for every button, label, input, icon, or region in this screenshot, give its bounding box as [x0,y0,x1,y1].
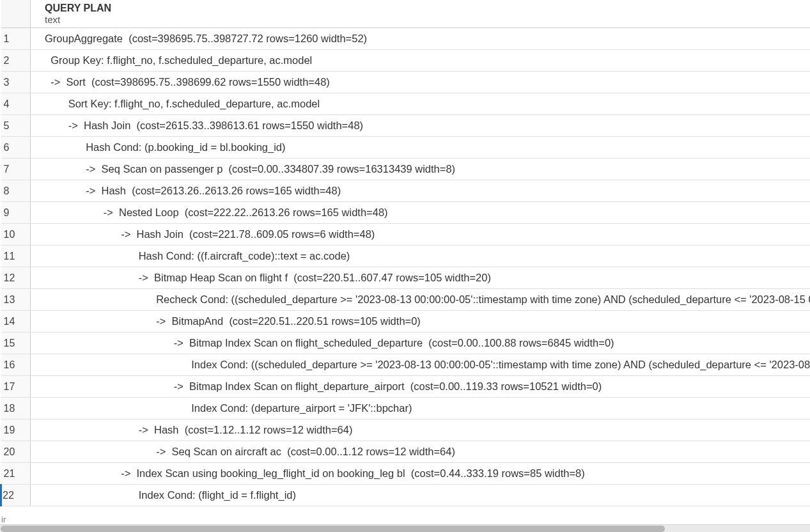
results-panel: QUERY PLAN text 1GroupAggregate (cost=39… [0,0,810,532]
row-number-cell[interactable]: 18 [1,398,31,419]
row-number-cell[interactable]: 16 [1,354,31,376]
table-header-row: QUERY PLAN text [1,0,811,28]
row-number-cell[interactable]: 12 [1,267,31,289]
query-plan-cell[interactable]: -> Index Scan using booking_leg_flight_i… [31,463,811,485]
query-plan-cell[interactable]: Recheck Cond: ((scheduled_departure >= '… [31,289,811,311]
row-number-cell[interactable]: 20 [1,441,31,463]
query-plan-cell[interactable]: -> Hash (cost=2613.26..2613.26 rows=165 … [31,180,811,202]
column-type-label: text [45,14,810,27]
row-number-cell[interactable]: 21 [1,463,31,485]
query-plan-cell[interactable]: Index Cond: ((scheduled_departure >= '20… [31,354,811,376]
query-plan-cell[interactable]: -> Bitmap Index Scan on flight_departure… [31,376,811,398]
table-row[interactable]: 7 -> Seq Scan on passenger p (cost=0.00.… [1,159,811,180]
query-plan-cell[interactable]: Hash Cond: (p.booking_id = bl.booking_id… [31,137,811,159]
query-plan-cell[interactable]: -> Nested Loop (cost=222.22..2613.26 row… [31,202,811,224]
table-row[interactable]: 10 -> Hash Join (cost=221.78..609.05 row… [1,224,811,246]
query-plan-cell[interactable]: -> Seq Scan on passenger p (cost=0.00..3… [31,159,811,180]
table-row[interactable]: 20 -> Seq Scan on aircraft ac (cost=0.00… [1,441,811,463]
horizontal-scrollbar-thumb[interactable] [1,526,665,532]
query-plan-cell[interactable]: Sort Key: f.flight_no, f.scheduled_depar… [31,93,811,115]
query-plan-cell[interactable]: -> Hash Join (cost=221.78..609.05 rows=6… [31,224,811,246]
table-row[interactable]: 8 -> Hash (cost=2613.26..2613.26 rows=16… [1,180,811,202]
row-number-cell[interactable]: 7 [1,159,31,180]
table-row[interactable]: 21 -> Index Scan using booking_leg_fligh… [1,463,811,485]
row-number-cell[interactable]: 17 [1,376,31,398]
status-bar-text: ir [0,515,7,524]
row-number-cell[interactable]: 6 [1,137,31,159]
query-plan-cell[interactable]: -> Bitmap Heap Scan on flight f (cost=22… [31,267,811,289]
row-number-cell[interactable]: 4 [1,93,31,115]
query-plan-table: QUERY PLAN text 1GroupAggregate (cost=39… [0,0,810,506]
table-row[interactable]: 11 Hash Cond: ((f.aircraft_code)::text =… [1,246,811,267]
table-row[interactable]: 6 Hash Cond: (p.booking_id = bl.booking_… [1,137,811,159]
table-row[interactable]: 19 -> Hash (cost=1.12..1.12 rows=12 widt… [1,419,811,441]
row-number-cell[interactable]: 10 [1,224,31,246]
row-number-cell[interactable]: 2 [1,50,31,72]
query-plan-cell[interactable]: -> Hash (cost=1.12..1.12 rows=12 width=6… [31,419,811,441]
table-row[interactable]: 14 -> BitmapAnd (cost=220.51..220.51 row… [1,311,811,332]
row-number-cell[interactable]: 14 [1,311,31,332]
table-row[interactable]: 12 -> Bitmap Heap Scan on flight f (cost… [1,267,811,289]
table-row[interactable]: 22 Index Cond: (flight_id = f.flight_id) [1,485,811,506]
row-number-cell[interactable]: 11 [1,246,31,267]
table-row[interactable]: 13 Recheck Cond: ((scheduled_departure >… [1,289,811,311]
column-title: QUERY PLAN [45,3,111,13]
query-plan-cell[interactable]: -> Bitmap Index Scan on flight_scheduled… [31,332,811,354]
row-number-header[interactable] [1,0,31,28]
table-row[interactable]: 15 -> Bitmap Index Scan on flight_schedu… [1,332,811,354]
query-plan-cell[interactable]: Index Cond: (departure_airport = 'JFK'::… [31,398,811,419]
table-row[interactable]: 2 Group Key: f.flight_no, f.scheduled_de… [1,50,811,72]
table-row[interactable]: 1GroupAggregate (cost=398695.75..398727.… [1,28,811,50]
row-number-cell[interactable]: 13 [1,289,31,311]
table-row[interactable]: 5 -> Hash Join (cost=2615.33..398613.61 … [1,115,811,137]
table-row[interactable]: 18 Index Cond: (departure_airport = 'JFK… [1,398,811,419]
table-row[interactable]: 9 -> Nested Loop (cost=222.22..2613.26 r… [1,202,811,224]
query-plan-cell[interactable]: -> Sort (cost=398695.75..398699.62 rows=… [31,72,811,93]
table-row[interactable]: 16 Index Cond: ((scheduled_departure >= … [1,354,811,376]
row-number-cell[interactable]: 3 [1,72,31,93]
table-row[interactable]: 3 -> Sort (cost=398695.75..398699.62 row… [1,72,811,93]
table-row[interactable]: 4 Sort Key: f.flight_no, f.scheduled_dep… [1,93,811,115]
query-plan-cell[interactable]: Group Key: f.flight_no, f.scheduled_depa… [31,50,811,72]
horizontal-scrollbar[interactable] [0,524,810,532]
query-plan-cell[interactable]: -> BitmapAnd (cost=220.51..220.51 rows=1… [31,311,811,332]
query-plan-cell[interactable]: -> Seq Scan on aircraft ac (cost=0.00..1… [31,441,811,463]
query-plan-cell[interactable]: GroupAggregate (cost=398695.75..398727.7… [31,28,811,50]
row-number-cell[interactable]: 19 [1,419,31,441]
table-row[interactable]: 17 -> Bitmap Index Scan on flight_depart… [1,376,811,398]
row-number-cell[interactable]: 8 [1,180,31,202]
row-number-cell[interactable]: 5 [1,115,31,137]
row-number-cell[interactable]: 15 [1,332,31,354]
query-plan-cell[interactable]: Hash Cond: ((f.aircraft_code)::text = ac… [31,246,811,267]
query-plan-cell[interactable]: Index Cond: (flight_id = f.flight_id) [31,485,811,506]
row-number-cell[interactable]: 22 [1,485,31,506]
column-header-query-plan[interactable]: QUERY PLAN text [31,0,811,28]
row-number-cell[interactable]: 9 [1,202,31,224]
row-number-cell[interactable]: 1 [1,28,31,50]
query-plan-cell[interactable]: -> Hash Join (cost=2615.33..398613.61 ro… [31,115,811,137]
